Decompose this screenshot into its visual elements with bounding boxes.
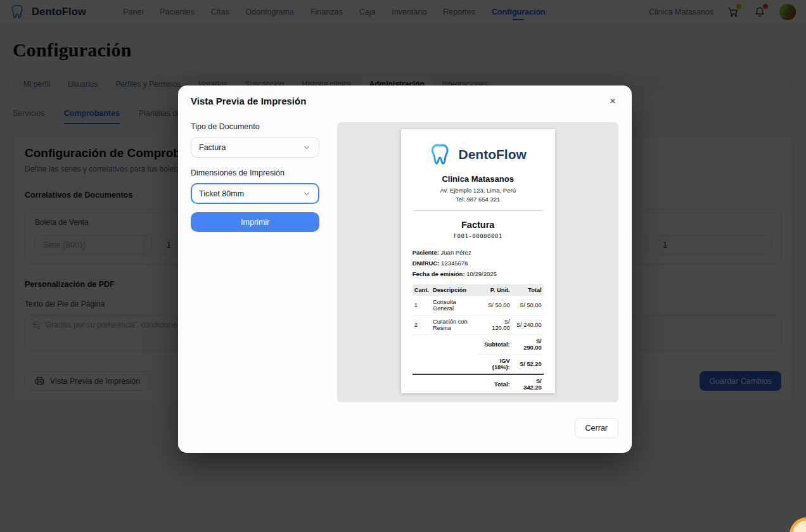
- print-button[interactable]: Imprimir: [191, 212, 319, 232]
- tooth-logo-icon: [430, 142, 455, 167]
- ticket-doc-number: F001-00000001: [413, 233, 544, 239]
- doc-type-value: Factura: [199, 143, 226, 152]
- igv-row: IGV (18%): S/ 52.20: [413, 355, 544, 375]
- modal-title: Vista Previa de Impresión: [191, 96, 306, 106]
- ticket-doc-title: Factura: [413, 220, 544, 230]
- subtotal-row: Subtotal: S/ 290.00: [413, 335, 544, 355]
- col-header-total: Total: [512, 284, 544, 296]
- col-header-descripcion: Descripción: [431, 284, 479, 296]
- print-preview-panel: DentoFlow Clinica Matasanos Av. Ejemplo …: [337, 122, 618, 402]
- close-icon[interactable]: ×: [607, 96, 618, 107]
- chevron-down-icon: [302, 143, 311, 152]
- ticket-dni-line: DNI/RUC: 12345678: [413, 260, 544, 267]
- col-header-punit: P. Unit.: [479, 284, 512, 296]
- close-modal-button[interactable]: Cerrar: [575, 418, 618, 438]
- ticket-address: Av. Ejemplo 123, Lima, Perú: [413, 187, 544, 194]
- ticket-brand-name: DentoFlow: [459, 147, 527, 162]
- chevron-down-icon: [302, 189, 311, 198]
- col-header-cant: Cant.: [413, 284, 431, 296]
- ticket-preview: DentoFlow Clinica Matasanos Av. Ejemplo …: [401, 129, 555, 393]
- table-row: 1 Consulta General S/ 50.00 S/ 50.00: [413, 296, 544, 315]
- doc-type-label: Tipo de Documento: [191, 122, 319, 131]
- ticket-info: Paciente: Juan Pérez DNI/RUC: 12345678 F…: [413, 249, 544, 277]
- ticket-clinic-name: Clinica Matasanos: [413, 174, 544, 184]
- dimensions-select[interactable]: Ticket 80mm: [191, 183, 319, 204]
- dimensions-label: Dimensiones de Impresión: [191, 168, 319, 177]
- ticket-logo: DentoFlow: [413, 142, 544, 167]
- total-row: Total: S/ 342.20: [413, 374, 544, 393]
- dimensions-value: Ticket 80mm: [199, 189, 244, 198]
- ticket-items-table: Cant. Descripción P. Unit. Total 1 Consu…: [413, 284, 544, 393]
- ticket-divider: [413, 210, 544, 211]
- ticket-date-line: Fecha de emisión: 10/29/2025: [413, 270, 544, 277]
- doc-type-select[interactable]: Factura: [191, 137, 319, 158]
- print-preview-modal: Vista Previa de Impresión × Tipo de Docu…: [178, 86, 632, 453]
- table-row: 2 Curación con Resina S/ 120.00 S/ 240.0…: [413, 315, 544, 335]
- ticket-patient-line: Paciente: Juan Pérez: [413, 249, 544, 256]
- ticket-phone: Tel: 987 654 321: [413, 196, 544, 203]
